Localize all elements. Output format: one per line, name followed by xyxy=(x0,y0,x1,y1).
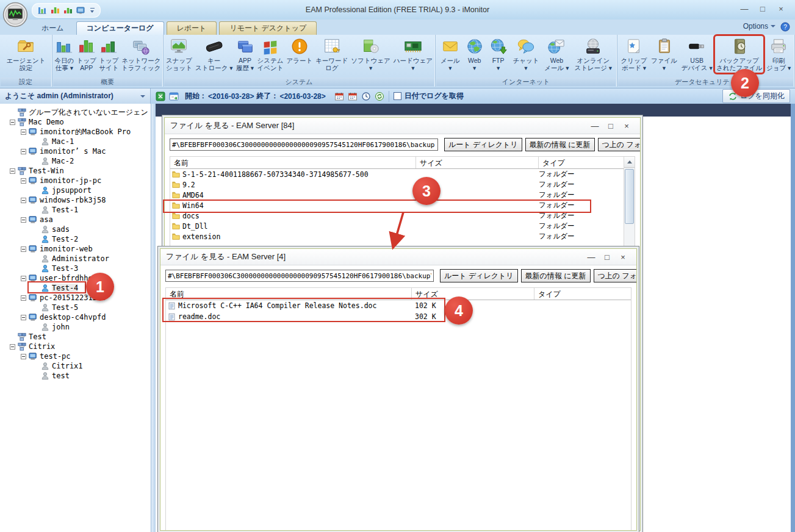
expander-icon[interactable] xyxy=(10,168,15,174)
child-titlebar[interactable]: ファイル を見る - EAM Server [84] — □ × xyxy=(165,118,640,134)
sync-logs-button[interactable]: ログを同期化 xyxy=(722,89,790,103)
tree-item[interactable]: user-bfrdhhe60 xyxy=(0,273,151,283)
file-row[interactable]: Dt_Dll フォルダー xyxy=(170,221,635,231)
ribbon-button[interactable]: システム イベント xyxy=(256,36,284,73)
column-size[interactable]: サイズ xyxy=(412,288,534,300)
tree-item[interactable]: Administrator xyxy=(0,254,151,264)
tree-item[interactable]: Test-4 xyxy=(0,283,151,293)
tree-item[interactable]: imonitor-jp-pc xyxy=(0,176,151,185)
file-row[interactable]: AMD64 フォルダー xyxy=(170,190,635,200)
tree-item[interactable]: test xyxy=(0,371,151,381)
ribbon-tab[interactable]: リモート デスクトップ xyxy=(219,21,317,35)
expander-icon[interactable] xyxy=(21,315,26,320)
end-date-value[interactable]: <2016-03-28> xyxy=(279,92,325,101)
tree-item[interactable]: Citrix1 xyxy=(0,361,151,371)
ribbon-button[interactable]: ソフトウェア ▾ xyxy=(350,36,391,73)
ribbon-button[interactable]: トップ APP xyxy=(76,36,98,73)
tree-item[interactable]: john xyxy=(0,322,151,332)
tree-item[interactable]: Citrix xyxy=(0,342,151,351)
options-menu[interactable]: Options xyxy=(743,22,775,31)
refresh-button[interactable]: 最新の情報 に更新 xyxy=(525,138,595,151)
refresh-button[interactable]: 最新の情報 に更新 xyxy=(521,269,591,282)
refresh-icon[interactable] xyxy=(375,92,384,101)
file-row[interactable]: 9.2 フォルダー xyxy=(170,179,635,190)
ribbon-button[interactable]: Web ▾ xyxy=(464,36,485,73)
workspace-scrollbar[interactable] xyxy=(791,104,795,532)
ribbon-button[interactable]: ネットワーク トラフィック xyxy=(120,36,162,73)
tree-item[interactable]: グループ化されていないエージェン xyxy=(0,107,151,117)
ribbon-button[interactable]: アラート xyxy=(285,36,314,65)
expander-icon[interactable] xyxy=(21,178,26,184)
start-date-value[interactable]: <2016-03-28> xyxy=(208,92,254,101)
tree-item[interactable]: Test xyxy=(0,332,151,342)
tree-item[interactable]: windows-rbk3j58 xyxy=(0,195,151,205)
ribbon-button[interactable]: キーワード ログ xyxy=(314,36,349,73)
qat-chart1-icon[interactable] xyxy=(37,5,47,15)
scroll-thumb[interactable] xyxy=(625,169,634,224)
tree-item[interactable]: Mac-1 xyxy=(0,137,151,146)
path-input[interactable] xyxy=(165,270,434,282)
close-button[interactable]: × xyxy=(619,121,635,131)
qat-snapshot-icon[interactable] xyxy=(76,5,85,15)
clock-icon[interactable] xyxy=(361,92,371,101)
file-row[interactable]: Win64 フォルダー xyxy=(170,200,635,210)
expander-icon[interactable] xyxy=(21,149,26,154)
column-size[interactable]: サイズ xyxy=(416,157,539,168)
ribbon-button[interactable]: USB デバイス ▾ xyxy=(680,36,714,73)
ribbon-tab[interactable]: コンピューターログ xyxy=(76,21,164,35)
ribbon-button[interactable]: メール ▾ xyxy=(439,36,461,73)
column-name[interactable]: 名前 xyxy=(170,157,416,168)
tree-item[interactable]: imonitor’ s Mac xyxy=(0,146,151,156)
tree-item[interactable]: desktop-c4hvpfd xyxy=(0,312,151,322)
minimize-button[interactable]: — xyxy=(735,2,754,16)
expander-icon[interactable] xyxy=(21,198,26,203)
tree-item[interactable]: imonitor-web xyxy=(0,244,151,254)
expander-icon[interactable] xyxy=(21,217,26,223)
close-button[interactable]: × xyxy=(772,2,790,16)
excel-export-icon[interactable] xyxy=(156,92,165,101)
expander-icon[interactable] xyxy=(21,276,26,281)
qat-chart2-icon[interactable] xyxy=(50,5,60,15)
ribbon-button[interactable]: Web メール ▾ xyxy=(543,36,570,73)
tree-item[interactable]: asa xyxy=(0,215,151,225)
expander-icon[interactable] xyxy=(21,246,26,252)
expander-icon[interactable] xyxy=(21,295,26,301)
up-folder-button[interactable]: つ上の フォルダ xyxy=(598,138,641,151)
tree-item[interactable]: Test-1 xyxy=(0,205,151,215)
column-type[interactable]: タイプ xyxy=(534,288,631,300)
expander-icon[interactable] xyxy=(21,354,26,359)
app-logo-icon[interactable] xyxy=(2,2,28,27)
tree-item[interactable]: test-pc xyxy=(0,351,151,361)
qat-chart3-icon[interactable] xyxy=(63,5,73,15)
html-export-icon[interactable] xyxy=(169,92,179,101)
expander-icon[interactable] xyxy=(10,344,15,350)
tree-item[interactable]: Mac-2 xyxy=(0,156,151,166)
ribbon-button[interactable]: バックアップ されたファイル xyxy=(715,36,763,73)
ribbon-button[interactable]: ファイル ▾ xyxy=(650,36,678,73)
ribbon-button[interactable]: オンライン ストレージ ▾ xyxy=(573,36,613,73)
ribbon-button[interactable]: APP 履歴 ▾ xyxy=(235,36,256,73)
ribbon-tab[interactable]: レポート xyxy=(167,21,217,35)
tree-item[interactable]: Test-Win xyxy=(0,166,151,176)
calendar-end-icon[interactable] xyxy=(348,92,358,101)
welcome-header[interactable]: ようこそ admin (Administrator) xyxy=(0,88,151,104)
tree-item[interactable]: imonitor的MacBook Pro xyxy=(0,127,151,137)
ribbon-button[interactable]: チャット ▾ xyxy=(512,36,541,73)
scroll-up-icon[interactable] xyxy=(624,157,635,168)
help-icon[interactable] xyxy=(780,22,790,32)
tree-item[interactable]: Mac Demo xyxy=(0,117,151,127)
tree-item[interactable]: Test-2 xyxy=(0,234,151,244)
ribbon-button[interactable]: FTP ▾ xyxy=(488,36,509,73)
ribbon-button[interactable]: 今日の 仕事 ▾ xyxy=(53,36,75,73)
tree-item[interactable]: Test-3 xyxy=(0,264,151,273)
maximize-button[interactable]: □ xyxy=(599,253,615,262)
expander-icon[interactable] xyxy=(10,120,15,125)
ribbon-button[interactable]: トップ サイト xyxy=(98,36,120,73)
file-row[interactable]: docs フォルダー xyxy=(170,210,635,221)
calendar-start-icon[interactable] xyxy=(334,92,344,101)
close-button[interactable]: × xyxy=(615,253,631,262)
minimize-button[interactable]: — xyxy=(587,121,603,131)
get-logs-by-date-checkbox[interactable] xyxy=(394,92,401,100)
expander-icon[interactable] xyxy=(21,129,26,135)
tree-item[interactable]: jpsupport xyxy=(0,185,151,195)
